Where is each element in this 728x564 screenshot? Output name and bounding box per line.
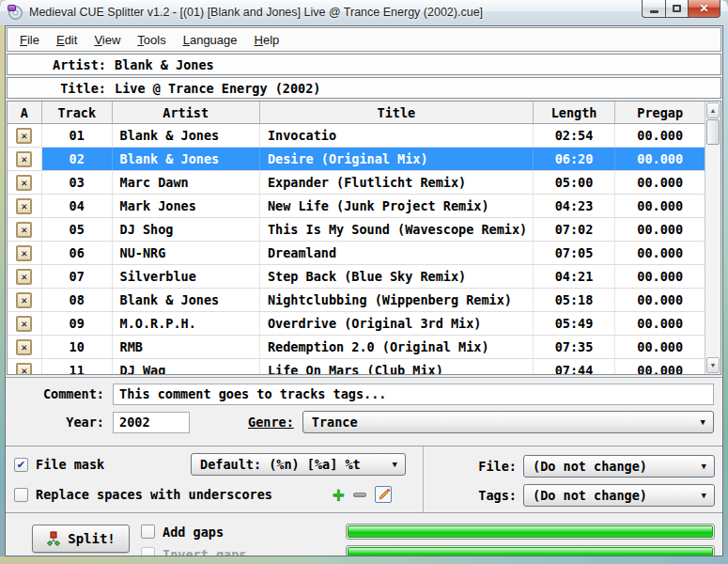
track-row[interactable]: ✕ 11 DJ Wag Life On Mars (Club Mix) 07:4… [8,359,705,374]
track-checkbox[interactable]: ✕ [16,222,32,238]
maximize-button[interactable] [665,0,689,18]
remove-mask-icon[interactable] [353,493,366,497]
minimize-button[interactable] [642,0,665,18]
mask-section: ✔ File mask Default: (%n) [%a] %t ▼ ✔ Re… [6,446,722,513]
track-title-cell: Nightclubbing (Wippenberg Remix) [260,289,534,311]
track-row[interactable]: ✕ 03 Marc Dawn Expander (Flutlicht Remix… [8,171,705,195]
track-number-cell: 10 [42,336,113,358]
split-button[interactable]: Split! [32,525,130,553]
track-row[interactable]: ✕ 04 Mark Jones New Life (Junk Project R… [8,195,705,218]
track-artist-cell: Blank & Jones [113,289,260,311]
column-header-length[interactable]: Length [534,102,616,123]
album-artist-field[interactable]: Artist: Blank & Jones [7,54,721,75]
file-mask-checkbox[interactable]: ✔ [14,458,28,472]
chevron-down-icon: ▼ [702,491,706,500]
track-artist-cell: DJ Shog [113,218,260,241]
track-checkbox[interactable]: ✕ [16,175,32,191]
table-scrollbar[interactable]: ▲ ▼ [705,102,720,374]
track-checkbox[interactable]: ✕ [16,128,32,144]
track-checkbox[interactable]: ✕ [16,316,32,332]
album-artist-value[interactable]: Blank & Jones [106,57,214,72]
comment-input[interactable]: This comment goes to tracks tags... [113,384,714,405]
track-artist-cell: Silverblue [113,265,260,288]
column-header-track[interactable]: Track [42,102,113,123]
track-checkbox[interactable]: ✕ [16,269,32,285]
track-table-header: A Track Artist Title Length Pregap [8,102,705,124]
album-title-field[interactable]: Title: Live @ Trance Energy (2002) [7,77,721,99]
window-title: Medieval CUE Splitter v1.2 - [(01) [Blan… [29,6,483,19]
client-area: File Edit View Tools Language Help Artis… [5,25,723,556]
track-pregap-cell: 00.000 [615,242,705,264]
track-checkbox[interactable]: ✕ [16,339,32,355]
track-row[interactable]: ✕ 01 Blank & Jones Invocatio 02:54 00.00… [8,124,705,148]
add-gaps-checkbox[interactable]: ✔ [141,525,155,539]
track-row[interactable]: ✕ 09 M.O.R.P.H. Overdrive (Original 3rd … [8,312,705,336]
tags-action-dropdown[interactable]: (Do not change) ▼ [523,484,715,507]
check-icon: ✔ [18,457,25,471]
track-artist-cell: Mark Jones [113,195,260,217]
menu-tools[interactable]: Tools [129,30,174,50]
track-number-cell: 08 [42,289,113,311]
track-artist-cell: Blank & Jones [113,124,260,147]
add-gaps-row: ✔ Add gaps [141,523,336,540]
file-action-dropdown[interactable]: (Do not change) ▼ [523,455,715,478]
progress-bar-total [346,545,715,556]
mask-dropdown[interactable]: Default: (%n) [%a] %t ▼ [191,453,406,476]
column-header-title[interactable]: Title [260,102,534,123]
track-row[interactable]: ✕ 06 NU-NRG Dreamland 07:05 00.000 [8,242,705,265]
file-action-row: File: (Do not change) ▼ [423,455,715,478]
track-length-cell: 06:20 [534,148,616,170]
add-gaps-label: Add gaps [163,525,224,540]
menu-edit[interactable]: Edit [48,30,85,50]
close-button[interactable]: ✕ [689,0,720,18]
column-header-artist[interactable]: Artist [113,102,260,123]
column-header-pregap[interactable]: Pregap [615,102,705,123]
track-checkbox[interactable]: ✕ [16,292,32,308]
track-artist-cell: M.O.R.P.H. [113,312,260,335]
track-row[interactable]: ✕ 08 Blank & Jones Nightclubbing (Wippen… [8,289,705,312]
mask-right-panel: File: (Do not change) ▼ Tags: (Do not ch… [423,446,722,512]
track-table-body: ✕ 01 Blank & Jones Invocatio 02:54 00.00… [8,124,705,374]
replace-spaces-checkbox[interactable]: ✔ [14,488,28,502]
track-title-cell: Step Back (Blue Sky Remix) [260,265,534,288]
maximize-icon [673,5,681,12]
track-row[interactable]: ✕ 10 RMB Redemption 2.0 (Original Mix) 0… [8,336,705,359]
track-row[interactable]: ✕ 02 Blank & Jones Desire (Original Mix)… [8,148,705,171]
track-pregap-cell: 00.000 [615,218,705,241]
window-controls: ✕ [642,0,720,18]
track-row[interactable]: ✕ 05 DJ Shog This Is My Sound (Wavescope… [8,218,705,242]
scrollbar-thumb[interactable] [706,119,720,145]
genre-dropdown[interactable]: Trance ▼ [302,411,714,433]
column-header-a[interactable]: A [8,102,42,123]
title-bar[interactable]: Medieval CUE Splitter v1.2 - [(01) [Blan… [0,0,728,25]
menu-file[interactable]: File [11,30,48,50]
track-checkbox[interactable]: ✕ [16,198,32,214]
edit-mask-icon[interactable] [375,486,392,503]
genre-value: Trance [312,415,358,430]
track-checkbox[interactable]: ✕ [16,363,32,375]
menu-view[interactable]: View [85,30,129,50]
comment-label: Comment: [6,386,104,401]
album-title-value[interactable]: Live @ Trance Energy (2002) [106,81,320,96]
track-row[interactable]: ✕ 07 Silverblue Step Back (Blue Sky Remi… [8,265,705,289]
x-mark-icon: ✕ [22,341,28,353]
mask-value: Default: (%n) [%a] %t [200,457,361,472]
scroll-up-button[interactable]: ▲ [706,102,720,118]
menu-help[interactable]: Help [246,30,288,50]
track-pregap-cell: 00.000 [615,336,705,358]
year-input[interactable]: 2002 [113,412,190,433]
track-length-cell: 05:49 [534,312,616,335]
menu-language[interactable]: Language [175,30,246,50]
add-mask-icon[interactable]: + [333,487,345,502]
chevron-down-icon: ▼ [393,460,397,469]
track-number-cell: 05 [42,218,113,241]
album-title-label: Title: [8,81,106,96]
track-table-main: A Track Artist Title Length Pregap ✕ 01 … [8,102,705,374]
track-checkbox[interactable]: ✕ [16,151,32,167]
scroll-down-button[interactable]: ▼ [706,357,720,373]
genre-label[interactable]: Genre: [248,415,294,430]
file-action-value: (Do not change) [533,459,647,474]
tags-action-label: Tags: [423,488,517,503]
track-checkbox[interactable]: ✕ [16,245,32,261]
x-mark-icon: ✕ [22,224,28,236]
